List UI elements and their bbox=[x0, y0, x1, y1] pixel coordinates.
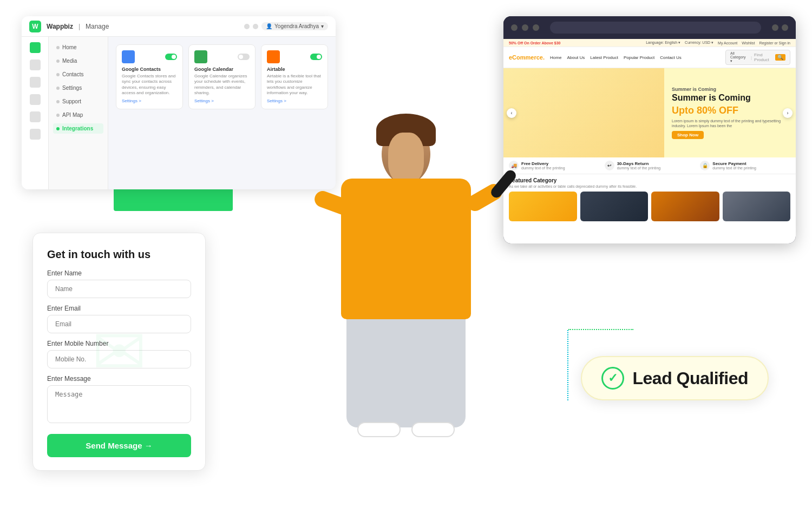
crm-sidebar-icon-5[interactable] bbox=[30, 111, 41, 122]
ecom-category-items bbox=[509, 192, 790, 221]
crm-card-desc-airtable: Airtable is a flexible tool that lets yo… bbox=[267, 74, 322, 96]
ecom-category-sub: As we take all or activities or table ca… bbox=[509, 184, 790, 188]
crm-card-link-calendar[interactable]: Settings > bbox=[194, 98, 250, 103]
form-message-input[interactable] bbox=[47, 385, 191, 423]
ecom-nav-latest[interactable]: Latest Product bbox=[590, 55, 618, 60]
crm-control-dot-1 bbox=[244, 24, 250, 29]
browser-dot-4 bbox=[772, 24, 778, 31]
ecom-currency: Currency: USD ▾ bbox=[685, 41, 713, 45]
crm-card-toggle-airtable[interactable] bbox=[310, 54, 322, 60]
crm-card-icon-airtable bbox=[267, 50, 280, 63]
ecom-browser: 50% Off On Order Above $30 Language: Eng… bbox=[503, 16, 796, 243]
crm-card-toggle-contacts[interactable] bbox=[165, 54, 177, 60]
crm-sidebar-icon-2[interactable] bbox=[30, 60, 41, 70]
crm-nav-api[interactable]: API Map bbox=[53, 110, 103, 120]
ecom-payment-title: Secure Payment bbox=[712, 161, 756, 166]
ecom-feature-delivery: 🚚 Free Delivery dummy text of the printi… bbox=[509, 161, 599, 170]
crm-sidebar-icon-4[interactable] bbox=[30, 94, 41, 105]
ecom-hero-model bbox=[503, 68, 664, 157]
form-message-label: Enter Message bbox=[47, 375, 191, 383]
lead-qualified-text: Lead Qualified bbox=[633, 368, 748, 388]
ecom-hero-subtitle: Summer is Coming bbox=[672, 87, 788, 92]
crm-sidebar-icon-home[interactable] bbox=[30, 42, 41, 53]
ecom-nav-popular[interactable]: Popular Product bbox=[624, 55, 654, 60]
crm-sidebar-icon-3[interactable] bbox=[30, 77, 41, 88]
browser-controls-right bbox=[772, 24, 788, 31]
dotted-line-vertical bbox=[567, 330, 568, 400]
ecom-nav-contact[interactable]: Contact Us bbox=[660, 55, 682, 60]
form-mobile-label: Enter Mobile Number bbox=[47, 340, 191, 347]
ecom-search-bar[interactable]: All Category ▾ | Find Product 🔍 bbox=[725, 50, 790, 65]
ecom-browser-bar bbox=[503, 16, 796, 39]
crm-card-icon-contacts bbox=[122, 50, 135, 63]
form-mobile-input[interactable] bbox=[47, 350, 191, 368]
crm-nav-contacts[interactable]: Contacts bbox=[53, 69, 103, 80]
crm-nav-home[interactable]: Home bbox=[53, 42, 103, 52]
crm-card-link-contacts[interactable]: Settings > bbox=[122, 98, 177, 103]
ecom-search-sep: | bbox=[751, 55, 752, 60]
crm-nav-media[interactable]: Media bbox=[53, 56, 103, 66]
ecom-nav-about[interactable]: About Us bbox=[567, 55, 585, 60]
crm-nav-settings[interactable]: Settings bbox=[53, 83, 103, 93]
crm-nav-support[interactable]: Support bbox=[53, 96, 103, 107]
ecom-feature-return: ↩ 30-Days Return dummy text of the print… bbox=[605, 161, 695, 170]
ecom-arrow-right[interactable]: › bbox=[783, 108, 793, 118]
ecom-hero-title: Summer is Coming bbox=[672, 93, 788, 103]
ecom-nav: eCommerce. Home About Us Latest Product … bbox=[503, 47, 796, 68]
form-name-input[interactable] bbox=[47, 280, 191, 298]
crm-card-toggle-calendar[interactable] bbox=[238, 54, 250, 60]
crm-control-dot-2 bbox=[253, 24, 258, 29]
crm-content: Google Contacts Google Contacts stores a… bbox=[108, 37, 336, 189]
ecom-return-icon: ↩ bbox=[605, 161, 614, 170]
crm-sidebar bbox=[22, 37, 49, 189]
browser-address-bar[interactable] bbox=[550, 22, 761, 34]
crm-user-name: Yogendra Aradhya bbox=[274, 23, 319, 29]
ecom-cat-item-2[interactable] bbox=[580, 192, 649, 221]
dotted-line-horizontal bbox=[568, 329, 633, 330]
crm-sidebar-icon-6[interactable] bbox=[30, 129, 41, 140]
ecom-nav-home[interactable]: Home bbox=[550, 55, 561, 60]
ecom-promo-text: 50% Off On Order Above $30 bbox=[509, 41, 560, 45]
ecom-cat-item-4[interactable] bbox=[723, 192, 791, 221]
ecom-topbar: 50% Off On Order Above $30 Language: Eng… bbox=[503, 39, 796, 47]
crm-logo: W bbox=[29, 21, 41, 32]
ecom-cat-item-3[interactable] bbox=[651, 192, 719, 221]
contact-form: ✉ Get in touch with us Enter Name Enter … bbox=[32, 233, 206, 471]
ecom-delivery-desc: dummy text of the printing bbox=[521, 166, 565, 170]
ecom-hero: ‹ Summer is Coming Summer is Coming Upto… bbox=[503, 68, 796, 157]
crm-title: Wappbiz bbox=[47, 23, 73, 30]
ecom-cat-item-1[interactable] bbox=[509, 192, 577, 221]
crm-card-title-calendar: Google Calendar bbox=[194, 67, 250, 72]
ecom-return-title: 30-Days Return bbox=[617, 161, 661, 166]
browser-dot-2 bbox=[522, 24, 528, 31]
ecom-account[interactable]: My Account bbox=[718, 41, 737, 45]
crm-card-google-contacts: Google Contacts Google Contacts stores a… bbox=[116, 44, 183, 109]
crm-nav-integrations[interactable]: Integrations bbox=[53, 123, 103, 134]
ecom-hero-image: ‹ bbox=[503, 68, 664, 157]
ecom-search-icon[interactable]: 🔍 bbox=[775, 54, 785, 61]
form-submit-button[interactable]: Send Message → bbox=[47, 434, 191, 457]
ecom-hero-cta[interactable]: Shop Now bbox=[672, 131, 704, 139]
ecom-arrow-left[interactable]: ‹ bbox=[507, 108, 516, 118]
ecom-search-category: All Category ▾ bbox=[730, 51, 749, 63]
crm-card-desc-contacts: Google Contacts stores and sync your con… bbox=[122, 74, 177, 96]
ecom-language: Language: English ▾ bbox=[646, 41, 680, 45]
ecom-payment-desc: dummy text of the printing bbox=[712, 166, 756, 170]
crm-card-title-contacts: Google Contacts bbox=[122, 67, 177, 72]
crm-user-avatar: 👤 bbox=[266, 23, 272, 29]
ecom-wishlist[interactable]: Wishlist bbox=[742, 41, 755, 45]
form-title: Get in touch with us bbox=[47, 248, 191, 261]
crm-card-link-airtable[interactable]: Settings > bbox=[267, 98, 322, 103]
form-email-input[interactable] bbox=[47, 315, 191, 333]
crm-manage-label: Manage bbox=[86, 23, 109, 30]
crm-nav: Home Media Contacts Settings Support API… bbox=[49, 37, 108, 189]
crm-card-google-calendar: Google Calendar Google Calendar organize… bbox=[188, 44, 256, 109]
ecom-category-title: Featured Category bbox=[509, 177, 790, 183]
ecom-features: 🚚 Free Delivery dummy text of the printi… bbox=[503, 157, 796, 174]
crm-user-chip: 👤 Yogendra Aradhya ▾ bbox=[261, 22, 328, 30]
ecom-delivery-icon: 🚚 bbox=[509, 161, 519, 170]
ecom-register[interactable]: Register or Sign in bbox=[759, 41, 790, 45]
browser-dot-1 bbox=[511, 24, 518, 31]
ecom-hero-right: Summer is Coming Summer is Coming Upto 8… bbox=[664, 68, 796, 157]
ecom-feature-payment: 🔒 Secure Payment dummy text of the print… bbox=[700, 161, 790, 170]
